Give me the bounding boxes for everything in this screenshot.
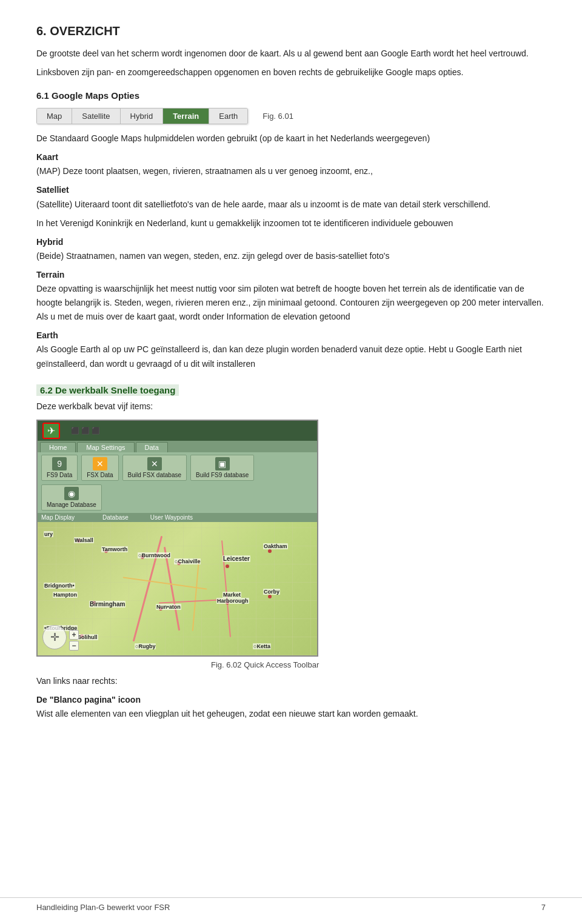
terrain-label: Terrain [36, 270, 64, 280]
body-text-section: De Standaard Google Maps hulpmiddelen wo… [36, 132, 546, 370]
toolbar-container: ✈ ⬛ ⬛ ⬛ Home Map Settings Data 9 FS9 Dat… [36, 420, 546, 669]
build-fsx-label: Build FSX database [128, 472, 181, 478]
footer-left: Handleiding Plan-G bewerkt voor FSR [36, 903, 170, 912]
city-label-bridgnorth: Bridgnorth• [44, 583, 75, 589]
satelliet-text: (Satellite) Uiteraard toont dit satellie… [36, 199, 490, 209]
manage-db-btn[interactable]: ◉ Manage Database [41, 484, 102, 511]
city-label-corby: Corby [263, 589, 280, 595]
hybrid-para: Hybrid (Beide) Straatnamen, namen van we… [36, 235, 546, 263]
toolbar-row-labels: Map Display Database User Waypoints [38, 513, 317, 522]
city-label-1: ury [44, 531, 53, 537]
fsx-data-label: FSX Data [87, 472, 113, 478]
city-label-walsall: Walsall [74, 537, 94, 543]
intro-p2: Linksboven zijn pan- en zoomgereedschapp… [36, 65, 546, 79]
tab-map-settings[interactable]: Map Settings [77, 442, 134, 452]
zoom-in-btn[interactable]: + [69, 630, 79, 640]
subsection-6-2-title: 6.2 De werkbalk Snelle toegang [36, 384, 179, 396]
label-user-waypoints: User Waypoints [150, 514, 193, 521]
earth-label: Earth [36, 330, 58, 340]
toolbar-btn-row: 9 FS9 Data ✕ FSX Data ✕ Build FSX databa… [38, 452, 317, 513]
city-label-rugby: ○Rugby [135, 643, 156, 649]
city-label-harborough: Harborough [216, 598, 249, 604]
kaart-label: Kaart [36, 152, 58, 162]
map-btn-satellite[interactable]: Satellite [72, 109, 120, 124]
city-label-nuneaton: Nun•aton [156, 604, 181, 610]
manage-db-label: Manage Database [47, 501, 96, 508]
tab-home[interactable]: Home [40, 442, 76, 452]
kaart-text: (MAP) Deze toont plaatsen, wegen, rivier… [36, 166, 373, 176]
fig-602-caption-row: Fig. 6.02 Quick Access Toolbar [36, 660, 319, 669]
toolbar-image: ✈ ⬛ ⬛ ⬛ Home Map Settings Data 9 FS9 Dat… [36, 420, 318, 657]
satelliet-para: Satelliet (Satellite) Uiteraard toont di… [36, 183, 546, 211]
map-btn-map[interactable]: Map [37, 109, 72, 124]
map-inner: ury Walsall Tamworth ○Burntwood ○Chaivil… [38, 522, 318, 655]
map-btn-earth[interactable]: Earth [209, 109, 247, 124]
fsx-data-icon: ✕ [93, 457, 107, 470]
label-map-display: Map Display [41, 514, 75, 521]
satelliet-label: Satelliet [36, 185, 69, 195]
city-label-solihull: Solihull [77, 634, 98, 640]
kaart-para: Kaart (MAP) Deze toont plaatsen, wegen, … [36, 150, 546, 178]
build-fs9-label: Build FS9 database [196, 472, 249, 478]
fs9-data-btn[interactable]: 9 FS9 Data [41, 455, 78, 481]
build-fsx-icon: ✕ [147, 457, 162, 470]
city-label-burton: ○Burntwood [138, 552, 171, 558]
city-label-leicester: Leicester [222, 555, 250, 562]
city-label-oketta: ○Ketta [253, 643, 271, 649]
city-label-hampton: Hampton [53, 592, 78, 598]
body-p1: De Standaard Google Maps hulpmiddelen wo… [36, 132, 546, 146]
manage-db-icon: ◉ [64, 487, 79, 500]
build-fs9-btn[interactable]: ▣ Build FS9 database [190, 455, 254, 481]
map-btn-hybrid[interactable]: Hybrid [121, 109, 164, 124]
plane-icon: ✈ [42, 423, 60, 439]
city-dot-6 [268, 549, 272, 553]
hybrid-text2: (Beide) Straatnamen, namen van wegen, st… [36, 251, 389, 261]
city-label-tamworth: Tamworth [101, 546, 128, 552]
earth-para: Earth Als Google Earth al op uw PC geïns… [36, 329, 546, 370]
footer-right: 7 [541, 903, 546, 912]
road-3 [192, 558, 199, 631]
toolbar-top-icons: ⬛ ⬛ ⬛ [71, 427, 100, 435]
city-label-oaktham: Oaktham [263, 543, 288, 549]
fig-601-label: Fig. 6.01 [263, 112, 293, 121]
earth-text: Als Google Earth al op uw PC geïnstallee… [36, 344, 522, 368]
fig-602-label: Fig. 6.02 Quick Access Toolbar [211, 660, 319, 669]
zoom-out-btn[interactable]: − [69, 641, 79, 651]
city-label-oChaiville: ○Chaiville [174, 558, 201, 564]
map-options-row: Map Satellite Hybrid Terrain Earth Fig. … [36, 108, 546, 124]
label-database: Database [102, 514, 129, 521]
blanco-text: Wist alle elementen van een vliegplan ui… [36, 709, 418, 718]
map-area: ury Walsall Tamworth ○Burntwood ○Chaivil… [38, 522, 318, 655]
zoom-control: + − [69, 630, 79, 651]
build-fs9-icon: ▣ [215, 457, 230, 470]
tab-data[interactable]: Data [136, 442, 168, 452]
werkbalk-intro: Deze werkbalk bevat vijf items: [36, 400, 546, 413]
footer: Handleiding Plan-G bewerkt voor FSR 7 [0, 897, 582, 912]
city-label-market: Market [222, 592, 241, 598]
road-1 [133, 535, 162, 641]
fs9-data-label: FS9 Data [47, 472, 72, 478]
toolbar-tabs: Home Map Settings Data [38, 441, 317, 452]
city-dot-10 [268, 595, 272, 598]
city-dot-5 [226, 564, 229, 568]
build-fsx-btn[interactable]: ✕ Build FSX database [122, 455, 187, 481]
hybrid-label: Hybrid [36, 237, 63, 247]
subsection-6-2-header: 6.2 De werkbalk Snelle toegang [36, 384, 546, 396]
terrain-text: Deze opvatting is waarschijnlijk het mee… [36, 284, 544, 321]
blanco-header: De "Blanco pagina" icoon [36, 695, 141, 705]
subsection-6-1-title: 6.1 Google Maps Opties [36, 90, 546, 101]
city-label-birmingham: Birmingham [89, 601, 125, 608]
road-4 [221, 540, 231, 637]
map-buttons-group[interactable]: Map Satellite Hybrid Terrain Earth [36, 108, 248, 124]
road-h1 [123, 577, 207, 589]
nav-control[interactable]: ✛ [42, 625, 67, 649]
map-btn-terrain[interactable]: Terrain [163, 109, 209, 124]
blanco-para: De "Blanco pagina" icoon Wist alle eleme… [36, 693, 546, 721]
van-links-text: Van links naar rechts: [36, 674, 546, 688]
fs9-data-icon: 9 [52, 457, 67, 470]
section-title: 6. OVERZICHT [36, 24, 546, 38]
intro-p1: De grootste deel van het scherm wordt in… [36, 47, 546, 61]
toolbar-top-bar: ✈ ⬛ ⬛ ⬛ [38, 421, 317, 441]
terrain-para: Terrain Deze opvatting is waarschijnlijk… [36, 268, 546, 324]
fsx-data-btn[interactable]: ✕ FSX Data [81, 455, 118, 481]
